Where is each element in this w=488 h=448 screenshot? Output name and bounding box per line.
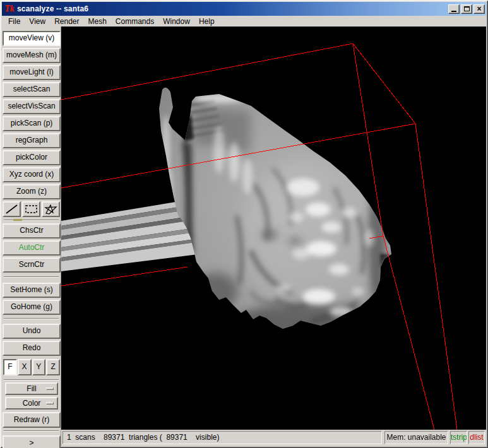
window-controls: × <box>448 4 485 14</box>
mode-button-selectvisscan[interactable]: selectVisScan <box>3 99 61 114</box>
expand-toolbar-button[interactable]: > <box>3 435 61 448</box>
fill-option-label: Fill <box>27 384 36 393</box>
shape-select-icon <box>44 204 57 215</box>
mode-button-zoom[interactable]: Zoom (z) <box>3 184 61 199</box>
render-canvas <box>61 27 486 430</box>
mode-button-moveview[interactable]: moveView (v) <box>3 31 61 46</box>
santa-mesh <box>159 88 391 336</box>
mode-button-xyzcoord[interactable]: Xyz coord (x) <box>3 167 61 182</box>
menu-bar: File View Render Mesh Commands Window He… <box>2 16 486 27</box>
axis-toggle-row: F X Y Z <box>3 359 60 375</box>
mode-button-selectscan[interactable]: selectScan <box>3 82 61 97</box>
window-title: scanalyze -- santa6 <box>17 4 448 13</box>
mode-button-pickcolor[interactable]: pickColor <box>3 150 61 165</box>
separator-tick <box>13 219 22 221</box>
dlist-toggle[interactable]: dlist <box>468 431 485 444</box>
rect-select-icon <box>25 204 38 215</box>
fill-option-menu[interactable]: Fill <box>5 382 58 395</box>
menu-help[interactable]: Help <box>194 16 219 27</box>
menu-window[interactable]: Window <box>158 16 194 27</box>
select-tool-row <box>3 201 60 217</box>
minimize-icon <box>451 11 456 12</box>
undo-button[interactable]: Undo <box>3 324 61 339</box>
redraw-button[interactable]: Redraw (r) <box>3 412 61 428</box>
menu-mesh[interactable]: Mesh <box>84 16 111 27</box>
color-option-label: Color <box>23 399 41 408</box>
scrnctr-button[interactable]: ScrnCtr <box>3 257 61 273</box>
title-bar[interactable]: Tk scanalyze -- santa6 × <box>2 2 486 16</box>
viewport-3d[interactable] <box>61 27 486 430</box>
status-bar: 1 scans 89371 triangles ( 89371 visible)… <box>61 430 486 446</box>
line-select-icon <box>5 204 18 215</box>
option-menu-indicator-icon <box>46 387 54 390</box>
menu-file[interactable]: File <box>4 16 25 27</box>
axis-button-y[interactable]: Y <box>32 359 46 375</box>
separator <box>4 430 59 432</box>
mode-button-movemesh[interactable]: moveMesh (m) <box>3 48 61 63</box>
color-option-menu[interactable]: Color <box>5 397 58 410</box>
scan-info-panel: 1 scans 89371 triangles ( 89371 visible) <box>62 431 382 444</box>
menu-render[interactable]: Render <box>50 16 83 27</box>
menu-commands[interactable]: Commands <box>111 16 158 27</box>
chsctr-button[interactable]: ChsCtr <box>3 223 61 239</box>
maximize-icon <box>464 6 470 11</box>
separator <box>4 220 59 221</box>
axis-button-f[interactable]: F <box>3 359 17 375</box>
app-tk-icon: Tk <box>4 4 15 14</box>
mode-button-reggraph[interactable]: regGraph <box>3 133 61 148</box>
axis-button-x[interactable]: X <box>18 359 32 375</box>
close-icon: × <box>477 6 481 12</box>
mode-button-pickscan[interactable]: pickScan (p) <box>3 116 61 131</box>
maximize-button[interactable] <box>461 4 472 14</box>
gohome-button[interactable]: GoHome (g) <box>3 300 61 315</box>
separator <box>4 379 59 380</box>
autoctr-button[interactable]: AutoCtr <box>3 240 61 256</box>
app-window: Tk scanalyze -- santa6 × File View Rende… <box>0 0 488 448</box>
left-toolbar: moveView (v) moveMesh (m) moveLight (l) … <box>2 27 61 446</box>
menu-view[interactable]: View <box>25 16 50 27</box>
axis-button-z[interactable]: Z <box>46 359 60 375</box>
sethome-button[interactable]: SetHome (s) <box>3 283 61 298</box>
close-button[interactable]: × <box>473 4 485 14</box>
rect-select-button[interactable] <box>22 201 40 217</box>
shape-select-button[interactable] <box>42 201 60 217</box>
separator <box>4 318 59 319</box>
option-menu-indicator-icon <box>46 402 54 404</box>
tstrip-toggle[interactable]: tstrip <box>450 431 467 444</box>
separator <box>4 276 59 278</box>
minimize-button[interactable] <box>448 4 460 14</box>
mode-button-movelight[interactable]: moveLight (l) <box>3 65 61 80</box>
line-select-button[interactable] <box>3 201 21 217</box>
redo-button[interactable]: Redo <box>3 341 61 356</box>
memory-status-panel: Mem: unavailable <box>384 431 448 444</box>
